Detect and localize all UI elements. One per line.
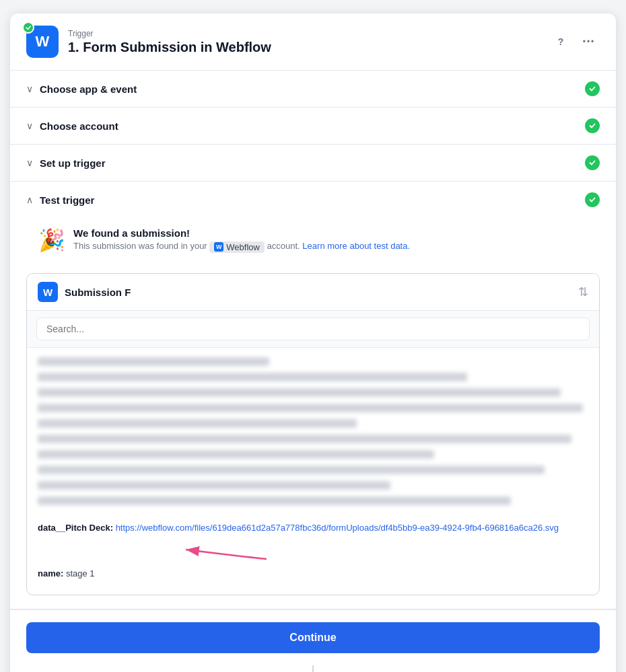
webflow-badge-label: Webflow: [226, 242, 260, 252]
found-submission-banner: 🎉 We found a submission! This submission…: [26, 218, 600, 262]
found-desc-suffix: account.: [267, 241, 300, 251]
choose-account-left: ∨ Choose account: [26, 120, 118, 132]
test-trigger-content: 🎉 We found a submission! This submission…: [26, 218, 600, 609]
name-value: stage 1: [66, 568, 95, 578]
continue-button[interactable]: Continue: [26, 622, 600, 653]
test-trigger-section: ∧ Test trigger 🎉 We found a submission! …: [10, 182, 616, 609]
learn-more-link[interactable]: Learn more about test data.: [302, 241, 410, 251]
header-text: Trigger 1. Form Submission in Webflow: [68, 29, 541, 55]
found-desc: This submission was found in your W Webf…: [73, 241, 410, 253]
help-button[interactable]: ?: [550, 31, 571, 52]
test-trigger-left: ∧ Test trigger: [26, 194, 94, 206]
question-icon: ?: [558, 36, 564, 47]
pitch-deck-field: data__Pitch Deck: https://webflow.com/fi…: [27, 521, 599, 544]
test-trigger-chevron-icon: ∧: [26, 194, 33, 205]
page-title: 1. Form Submission in Webflow: [68, 40, 541, 55]
pitch-deck-key: data__Pitch Deck:: [38, 523, 113, 533]
more-icon: •••: [583, 37, 596, 46]
data-card-header-left: W Submission F: [38, 282, 131, 302]
choose-account-check: [585, 118, 600, 133]
found-title: We found a submission!: [73, 227, 410, 239]
more-options-button[interactable]: •••: [578, 31, 600, 52]
set-up-trigger-left: ∨ Set up trigger: [26, 157, 106, 169]
search-bar: [27, 311, 599, 348]
blur-row: [38, 496, 511, 505]
card-title: Submission F: [65, 287, 131, 298]
blur-row: [38, 419, 357, 428]
choose-account-section: ∨ Choose account: [10, 108, 616, 145]
blur-row: [38, 450, 434, 459]
blur-row: [38, 481, 390, 490]
trigger-icon-wrap: W: [26, 26, 59, 58]
data-card: W Submission F ⇅: [26, 273, 600, 595]
blur-row: [38, 373, 467, 381]
choose-account-label: Choose account: [40, 120, 118, 132]
sort-icon[interactable]: ⇅: [578, 285, 588, 299]
found-submission-text: We found a submission! This submission w…: [73, 227, 410, 253]
blur-row: [38, 465, 545, 474]
set-up-trigger-chevron-icon: ∨: [26, 157, 33, 168]
test-trigger-header[interactable]: ∧ Test trigger: [26, 182, 600, 218]
header-check-badge: [22, 22, 34, 34]
webflow-badge: W Webflow: [209, 241, 265, 253]
data-card-header: W Submission F ⇅: [27, 274, 599, 311]
test-trigger-check: [585, 192, 600, 207]
arrow-annotation: [38, 543, 588, 562]
choose-account-header[interactable]: ∨ Choose account: [26, 108, 600, 144]
footer-connector: +: [10, 665, 616, 672]
webflow-badge-icon: W: [214, 242, 223, 252]
blur-row: [38, 435, 571, 443]
blurred-data-rows: [27, 348, 599, 521]
choose-app-section: ∨ Choose app & event: [10, 71, 616, 108]
party-icon: 🎉: [38, 227, 65, 253]
blur-row: [38, 404, 583, 412]
set-up-trigger-check: [585, 155, 600, 170]
choose-app-header[interactable]: ∨ Choose app & event: [26, 71, 600, 107]
blur-row: [38, 388, 561, 397]
set-up-trigger-header[interactable]: ∨ Set up trigger: [26, 145, 600, 181]
pink-arrow-svg: [145, 543, 280, 562]
choose-app-label: Choose app & event: [40, 83, 137, 95]
blur-row: [38, 357, 269, 366]
set-up-trigger-label: Set up trigger: [40, 157, 106, 169]
pitch-deck-value: https://webflow.com/files/619dea661d2a57…: [116, 523, 559, 533]
choose-app-left: ∨ Choose app & event: [26, 83, 137, 95]
connector-line: [312, 665, 314, 672]
continue-wrap: Continue: [10, 609, 616, 665]
trigger-header: W Trigger 1. Form Submission in Webflow …: [10, 13, 616, 71]
choose-account-chevron-icon: ∨: [26, 120, 33, 131]
name-field: name: stage 1: [27, 567, 599, 590]
trigger-label: Trigger: [68, 29, 541, 38]
found-desc-prefix: This submission was found in your: [73, 241, 207, 251]
card-w-icon: W: [38, 282, 58, 302]
choose-app-check: [585, 81, 600, 96]
test-trigger-label: Test trigger: [40, 194, 94, 206]
header-actions: ? •••: [550, 31, 600, 52]
main-container: W Trigger 1. Form Submission in Webflow …: [10, 13, 616, 672]
name-key: name:: [38, 568, 63, 578]
search-input[interactable]: [36, 318, 590, 340]
choose-app-chevron-icon: ∨: [26, 83, 33, 94]
set-up-trigger-section: ∨ Set up trigger: [10, 145, 616, 182]
